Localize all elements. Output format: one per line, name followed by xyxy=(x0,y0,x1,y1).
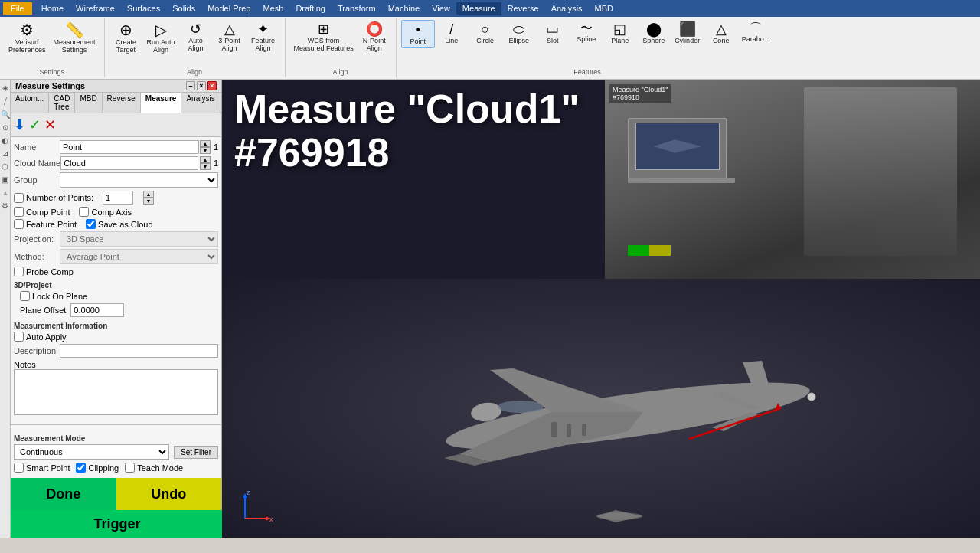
ribbon-btn-wcs[interactable]: ⊞ WCS fromMeasured Features xyxy=(290,20,358,54)
viewport-3d[interactable]: z x xyxy=(222,279,980,538)
clipping-checkbox[interactable] xyxy=(76,463,86,473)
comp-point-item[interactable]: Comp Point xyxy=(14,207,70,217)
ribbon-btn-spline[interactable]: 〜 Spline xyxy=(570,20,603,48)
menu-view[interactable]: View xyxy=(426,2,456,15)
group-dropdown[interactable] xyxy=(60,172,218,188)
trigger-button[interactable]: Trigger xyxy=(11,510,224,538)
sidebar-icon-9[interactable]: ⟁ xyxy=(3,186,8,199)
menu-home[interactable]: Home xyxy=(35,2,70,15)
sidebar-icon-8[interactable]: ▣ xyxy=(2,173,8,186)
teach-mode-checkbox[interactable] xyxy=(125,463,135,473)
action-back-btn[interactable]: ⬇ xyxy=(13,116,26,134)
ribbon-btn-npoint-align[interactable]: ⭕ N-PointAlign xyxy=(358,20,391,54)
auto-apply-checkbox[interactable] xyxy=(14,332,24,342)
menu-solids[interactable]: Solids xyxy=(166,2,201,15)
num-points-down[interactable]: ▼ xyxy=(143,198,154,205)
sidebar-icon-3[interactable]: 🔍 xyxy=(1,108,10,121)
menu-transform[interactable]: Transform xyxy=(332,2,382,15)
num-points-cb-item[interactable]: Number of Points: xyxy=(14,193,93,203)
panel-nav-autom[interactable]: Autom... xyxy=(11,93,49,113)
lock-on-plane-item[interactable]: Lock On Plane xyxy=(20,291,87,301)
save-as-cloud-checkbox[interactable] xyxy=(86,219,96,229)
probe-comp-checkbox[interactable] xyxy=(14,267,24,276)
name-spinner-down[interactable]: ▼ xyxy=(200,147,211,154)
sidebar-icon-5[interactable]: ◐ xyxy=(2,134,8,147)
ribbon-btn-measurement-settings[interactable]: 📏 MeasurementSettings xyxy=(50,20,100,56)
menu-file[interactable]: File xyxy=(3,2,32,15)
ribbon-btn-3point-align[interactable]: △ 3-PointAlign xyxy=(213,20,247,56)
menu-measure[interactable]: Measure xyxy=(456,2,501,15)
sidebar-icon-1[interactable]: ◈ xyxy=(2,81,8,94)
sidebar-icon-7[interactable]: ⬡ xyxy=(2,160,8,173)
ribbon-btn-ellipse[interactable]: ⬭ Ellipse xyxy=(502,20,536,48)
menu-drafting[interactable]: Drafting xyxy=(289,2,332,15)
cloud-name-spinner-up[interactable]: ▲ xyxy=(200,156,211,163)
panel-nav-mbd[interactable]: MBD xyxy=(75,93,102,113)
ribbon-btn-circle[interactable]: ○ Circle xyxy=(469,20,502,48)
comp-point-checkbox[interactable] xyxy=(14,207,24,217)
panel-minimize-btn[interactable]: – xyxy=(186,81,195,90)
menu-analysis[interactable]: Analysis xyxy=(545,2,589,15)
panel-nav-analysis[interactable]: Analysis xyxy=(181,93,220,113)
menu-wireframe[interactable]: Wireframe xyxy=(70,2,121,15)
notes-textarea[interactable] xyxy=(14,369,218,415)
panel-expand-btn[interactable]: × xyxy=(197,81,206,90)
method-dropdown[interactable]: Average Point xyxy=(60,249,218,264)
panel-nav-reverse[interactable]: Reverse xyxy=(103,93,141,113)
num-points-checkbox[interactable] xyxy=(14,193,24,203)
projection-dropdown[interactable]: 3D Space xyxy=(60,231,218,247)
ribbon-btn-plane[interactable]: ◱ Plane xyxy=(603,20,637,48)
plane-offset-input[interactable] xyxy=(70,303,124,317)
comp-axis-checkbox[interactable] xyxy=(79,207,89,217)
menu-reverse[interactable]: Reverse xyxy=(501,2,545,15)
smart-point-checkbox[interactable] xyxy=(14,463,24,473)
ribbon-btn-line[interactable]: / Line xyxy=(435,20,469,48)
set-filter-btn[interactable]: Set Filter xyxy=(174,446,218,459)
sidebar-icon-6[interactable]: ⊿ xyxy=(2,147,8,160)
ribbon-btn-cone[interactable]: △ Cone xyxy=(704,20,738,48)
mode-dropdown[interactable]: Continuous xyxy=(14,444,169,460)
ribbon-btn-auto-align[interactable]: ↺ AutoAlign xyxy=(179,20,213,56)
ribbon-btn-slot[interactable]: ▭ Slot xyxy=(536,20,570,48)
ribbon-btn-run-auto-align[interactable]: ▷ Run AutoAlign xyxy=(143,20,179,56)
panel-nav-cad-tree[interactable]: CAD Tree xyxy=(49,93,75,113)
panel-nav-measure[interactable]: Measure xyxy=(141,93,182,113)
menu-model-prep[interactable]: Model Prep xyxy=(201,2,256,15)
probe-comp-item[interactable]: Probe Comp xyxy=(14,267,74,276)
comp-axis-item[interactable]: Comp Axis xyxy=(79,207,132,217)
action-close-btn[interactable]: ✕ xyxy=(44,116,57,134)
sidebar-icon-4[interactable]: ⊙ xyxy=(2,121,8,134)
sidebar-icon-10[interactable]: ⚙ xyxy=(2,199,8,212)
save-as-cloud-item[interactable]: Save as Cloud xyxy=(86,219,153,229)
description-input[interactable] xyxy=(60,344,218,358)
undo-button[interactable]: Undo xyxy=(116,478,222,510)
ribbon-btn-verisurf-prefs[interactable]: ⚙ VerisurfPreferences xyxy=(5,20,50,56)
name-input[interactable] xyxy=(60,140,199,154)
num-points-input[interactable] xyxy=(103,191,133,205)
name-spinner-up[interactable]: ▲ xyxy=(200,140,211,147)
cloud-name-input[interactable] xyxy=(60,156,198,170)
ribbon-btn-parabo[interactable]: ⌒ Parabo... xyxy=(738,20,774,48)
ribbon-btn-feature-align[interactable]: ✦ FeatureAlign xyxy=(247,20,280,56)
teach-mode-item[interactable]: Teach Mode xyxy=(125,463,183,473)
sidebar-icon-2[interactable]: ⧸ xyxy=(4,94,7,108)
num-points-up[interactable]: ▲ xyxy=(143,191,154,198)
menu-mesh[interactable]: Mesh xyxy=(256,2,289,15)
ribbon-btn-point[interactable]: • Point xyxy=(401,20,435,48)
clipping-item[interactable]: Clipping xyxy=(76,463,119,473)
done-button[interactable]: Done xyxy=(11,478,116,510)
panel-close-btn[interactable]: × xyxy=(207,81,217,90)
ribbon-btn-cylinder[interactable]: ⬛ Cylinder xyxy=(671,20,704,48)
feature-point-item[interactable]: Feature Point xyxy=(14,219,77,229)
ribbon-btn-create-target[interactable]: ⊕ CreateTarget xyxy=(109,20,143,56)
feature-point-checkbox[interactable] xyxy=(14,219,24,229)
auto-apply-item[interactable]: Auto Apply xyxy=(14,332,67,342)
smart-point-item[interactable]: Smart Point xyxy=(14,463,70,473)
menu-machine[interactable]: Machine xyxy=(382,2,426,15)
menu-mbd[interactable]: MBD xyxy=(589,2,619,15)
cloud-name-spinner-down[interactable]: ▼ xyxy=(200,163,211,170)
menu-surfaces[interactable]: Surfaces xyxy=(121,2,166,15)
action-check-btn[interactable]: ✓ xyxy=(28,116,41,134)
ribbon-btn-sphere[interactable]: ⬤ Sphere xyxy=(637,20,671,48)
lock-on-plane-checkbox[interactable] xyxy=(20,291,30,301)
